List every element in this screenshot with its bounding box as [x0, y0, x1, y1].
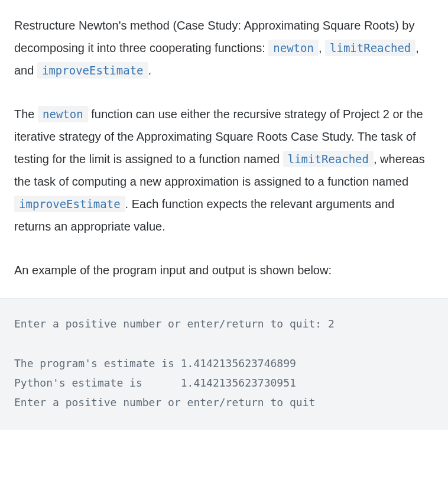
- prose-content: Restructure Newton's method (Case Study:…: [0, 0, 448, 281]
- paragraph-3: An example of the program input and outp…: [14, 259, 434, 281]
- code-improveestimate: improveEstimate: [14, 196, 125, 212]
- paragraph-2: The newton function can use either the r…: [14, 103, 434, 238]
- text: ,: [319, 41, 325, 54]
- code-output-block: Enter a positive number or enter/return …: [0, 298, 448, 430]
- code-limitreached: limitReached: [283, 151, 374, 167]
- text: An example of the program input and outp…: [14, 264, 332, 277]
- text: The: [14, 108, 38, 121]
- code-limitreached: limitReached: [325, 40, 415, 56]
- code-newton: newton: [38, 106, 88, 122]
- paragraph-1: Restructure Newton's method (Case Study:…: [14, 14, 434, 82]
- code-improveestimate: improveEstimate: [37, 62, 148, 79]
- text: .: [148, 64, 152, 77]
- code-newton: newton: [268, 40, 319, 56]
